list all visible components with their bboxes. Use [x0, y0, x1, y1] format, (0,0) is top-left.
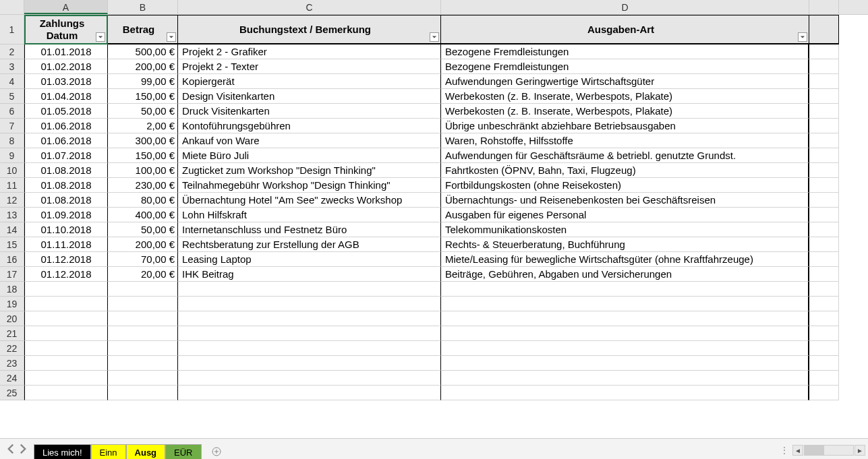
cell-text[interactable]: Druck Visitenkarten [178, 104, 441, 119]
cell-amount[interactable]: 50,00 € [108, 222, 178, 237]
row-header-5[interactable]: 5 [0, 89, 24, 104]
cell-empty[interactable] [441, 326, 809, 341]
row-header-13[interactable]: 13 [0, 208, 24, 222]
cell-empty[interactable] [809, 341, 839, 356]
cell-empty[interactable] [24, 341, 108, 356]
row-header-18[interactable]: 18 [0, 282, 24, 297]
col-header-A[interactable]: A [24, 0, 108, 14]
cell-empty[interactable] [809, 222, 839, 237]
cell-empty[interactable] [809, 163, 839, 178]
cell-date[interactable]: 01.05.2018 [24, 104, 108, 119]
cell-amount[interactable]: 100,00 € [108, 163, 178, 178]
cell-category[interactable]: Rechts- & Steuerberatung, Buchführung [441, 237, 809, 252]
row-header-7[interactable]: 7 [0, 119, 24, 133]
cell-empty[interactable] [178, 371, 441, 386]
filter-dropdown-icon[interactable] [96, 32, 105, 42]
row-header-2[interactable]: 2 [0, 44, 24, 59]
cell-empty[interactable] [24, 386, 108, 400]
cell-empty[interactable] [108, 371, 178, 386]
cell-text[interactable]: Kopiergerät [178, 74, 441, 89]
cell-empty[interactable] [178, 311, 441, 326]
cell-category[interactable]: Werbekosten (z. B. Inserate, Werbespots,… [441, 104, 809, 119]
cell-date[interactable]: 01.03.2018 [24, 74, 108, 89]
cell-amount[interactable]: 20,00 € [108, 267, 178, 282]
cell-text[interactable]: Projekt 2 - Texter [178, 59, 441, 74]
cell-empty[interactable] [108, 282, 178, 297]
cell-empty[interactable] [24, 326, 108, 341]
cell-category[interactable]: Bezogene Fremdleistungen [441, 44, 809, 59]
cell-date[interactable]: 01.08.2018 [24, 193, 108, 208]
cell-category[interactable]: Übernachtungs- und Reisenebenkosten bei … [441, 193, 809, 208]
cell-text[interactable]: Kontoführungsgebühren [178, 119, 441, 133]
cell-date[interactable]: 01.12.2018 [24, 252, 108, 267]
cell-empty[interactable] [24, 371, 108, 386]
row-header-17[interactable]: 17 [0, 267, 24, 282]
tab-nav-next[interactable] [18, 443, 28, 454]
cell-empty[interactable] [441, 282, 809, 297]
cell-empty[interactable] [809, 208, 839, 222]
cell-empty[interactable] [809, 386, 839, 400]
row-header-21[interactable]: 21 [0, 326, 24, 341]
splitter-handle[interactable]: ⋮ [778, 446, 792, 455]
row-header-14[interactable]: 14 [0, 222, 24, 237]
cell-empty[interactable] [809, 15, 839, 44]
cell-amount[interactable]: 200,00 € [108, 237, 178, 252]
cell-empty[interactable] [809, 311, 839, 326]
cell-empty[interactable] [809, 133, 839, 148]
cell-empty[interactable] [809, 326, 839, 341]
cell-amount[interactable]: 230,00 € [108, 178, 178, 193]
cell-text[interactable]: IHK Beitrag [178, 267, 441, 282]
cell-empty[interactable] [809, 119, 839, 133]
scroll-track[interactable] [804, 445, 854, 456]
cell-text[interactable]: Projekt 2 - Grafiker [178, 44, 441, 59]
row-header-20[interactable]: 20 [0, 311, 24, 326]
col-header-D[interactable]: D [441, 0, 809, 14]
cell-amount[interactable]: 50,00 € [108, 104, 178, 119]
cell-empty[interactable] [809, 237, 839, 252]
row-header-6[interactable]: 6 [0, 104, 24, 119]
cell-category[interactable]: Fortbildungskosten (ohne Reisekosten) [441, 178, 809, 193]
cell-amount[interactable]: 2,00 € [108, 119, 178, 133]
cell-amount[interactable]: 150,00 € [108, 148, 178, 163]
cell-empty[interactable] [809, 104, 839, 119]
tab-lies-mich[interactable]: Lies mich! [34, 444, 91, 460]
cell-empty[interactable] [809, 282, 839, 297]
cell-empty[interactable] [809, 267, 839, 282]
cell-empty[interactable] [441, 311, 809, 326]
cell-empty[interactable] [809, 89, 839, 104]
col-header-B[interactable]: B [108, 0, 178, 14]
cell-text[interactable]: Zugticket zum Workshop "Design Thinking" [178, 163, 441, 178]
row-header-4[interactable]: 4 [0, 74, 24, 89]
cell-empty[interactable] [809, 252, 839, 267]
header-betrag[interactable]: Betrag [108, 15, 178, 44]
cell-category[interactable]: Werbekosten (z. B. Inserate, Werbespots,… [441, 89, 809, 104]
cell-amount[interactable]: 400,00 € [108, 208, 178, 222]
row-header-23[interactable]: 23 [0, 356, 24, 371]
cell-category[interactable]: Waren, Rohstoffe, Hilfsstoffe [441, 133, 809, 148]
cell-empty[interactable] [441, 371, 809, 386]
cell-text[interactable]: Übernachtung Hotel "Am See" zwecks Works… [178, 193, 441, 208]
cell-text[interactable]: Miete Büro Juli [178, 148, 441, 163]
cell-empty[interactable] [24, 356, 108, 371]
header-ausgaben-art[interactable]: Ausgaben-Art [441, 15, 809, 44]
header-buchungstext[interactable]: Buchungstext / Bemerkung [178, 15, 441, 44]
cell-text[interactable]: Internetanschluss und Festnetz Büro [178, 222, 441, 237]
cell-category[interactable]: Miete/Leasing für bewegliche Wirtschafts… [441, 252, 809, 267]
row-header-25[interactable]: 25 [0, 386, 24, 400]
row-header-24[interactable]: 24 [0, 371, 24, 386]
cell-empty[interactable] [809, 59, 839, 74]
cell-date[interactable]: 01.10.2018 [24, 222, 108, 237]
cell-empty[interactable] [809, 193, 839, 208]
tab-eur[interactable]: EÜR [165, 444, 201, 460]
cell-text[interactable]: Ankauf von Ware [178, 133, 441, 148]
cell-empty[interactable] [809, 356, 839, 371]
filter-dropdown-icon[interactable] [798, 32, 807, 42]
row-header-16[interactable]: 16 [0, 252, 24, 267]
cell-date[interactable]: 01.09.2018 [24, 208, 108, 222]
tab-ausg[interactable]: Ausg [126, 444, 166, 460]
cell-date[interactable]: 01.01.2018 [24, 44, 108, 59]
cell-empty[interactable] [108, 356, 178, 371]
cell-empty[interactable] [178, 297, 441, 311]
cell-empty[interactable] [809, 297, 839, 311]
cell-empty[interactable] [809, 148, 839, 163]
